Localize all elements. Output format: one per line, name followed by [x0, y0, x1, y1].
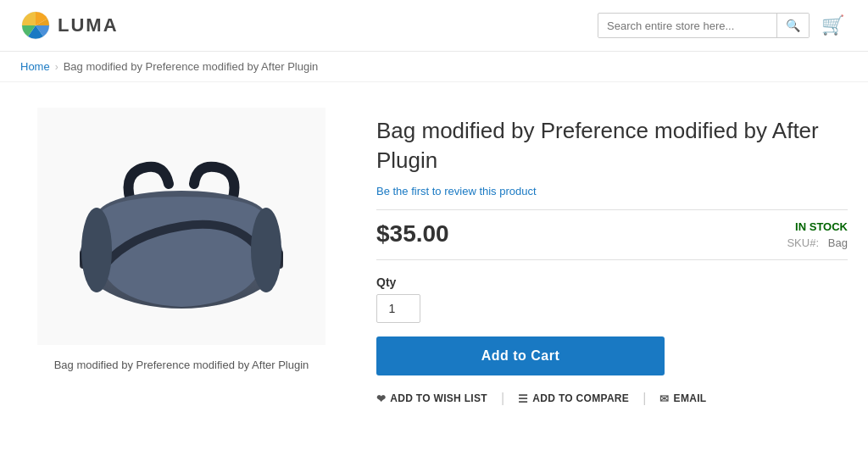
main-content: Bag modified by Preference modified by A…: [0, 82, 868, 431]
luma-logo-icon: [20, 10, 51, 41]
search-button[interactable]: 🔍: [776, 14, 809, 37]
sku-row: SKU#: Bag: [787, 236, 848, 249]
breadcrumb-home-link[interactable]: Home: [20, 60, 50, 73]
price-stock-row: $35.00 IN STOCK SKU#: Bag: [376, 209, 848, 260]
heart-icon: ❤: [376, 392, 386, 405]
stock-sku-area: IN STOCK SKU#: Bag: [787, 220, 848, 249]
compare-label: ADD TO COMPARE: [532, 392, 629, 404]
search-input[interactable]: [598, 14, 776, 37]
product-title: Bag modified by Preference modified by A…: [376, 116, 848, 175]
product-price: $35.00: [376, 220, 449, 247]
search-box: 🔍: [598, 13, 810, 38]
wish-list-label: ADD TO WISH LIST: [390, 392, 487, 404]
product-details: Bag modified by Preference modified by A…: [376, 108, 848, 406]
separator-1: |: [501, 391, 504, 406]
product-image-area: Bag modified by Preference modified by A…: [20, 108, 342, 406]
add-to-cart-button[interactable]: Add to Cart: [376, 336, 665, 375]
svg-point-6: [251, 208, 281, 292]
separator-2: |: [643, 391, 646, 406]
review-link[interactable]: Be the first to review this product: [376, 185, 537, 197]
breadcrumb-current: Bag modified by Preference modified by A…: [64, 60, 319, 73]
compare-link[interactable]: ☰ ADD TO COMPARE: [518, 392, 629, 405]
sku-value: Bag: [828, 236, 848, 249]
compare-icon: ☰: [518, 392, 528, 405]
qty-label: Qty: [376, 275, 848, 289]
action-links: ❤ ADD TO WISH LIST | ☰ ADD TO COMPARE | …: [376, 391, 848, 406]
header: LUMA 🔍 🛒: [0, 0, 868, 52]
image-caption: Bag modified by Preference modified by A…: [54, 359, 309, 371]
email-icon: ✉: [659, 392, 669, 405]
svg-point-5: [81, 208, 112, 292]
qty-section: Qty: [376, 275, 848, 323]
logo-area: LUMA: [20, 10, 119, 41]
email-label: EMAIL: [674, 392, 707, 404]
stock-status: IN STOCK: [787, 220, 848, 233]
logo-text: LUMA: [58, 14, 119, 36]
wish-list-link[interactable]: ❤ ADD TO WISH LIST: [376, 392, 487, 405]
product-image-container: [37, 108, 326, 345]
search-icon: 🔍: [786, 19, 800, 32]
product-image: [54, 125, 309, 328]
sku-label: SKU#:: [787, 236, 819, 249]
qty-input[interactable]: [376, 294, 420, 323]
cart-icon: 🛒: [821, 14, 844, 36]
breadcrumb-separator: ›: [55, 61, 58, 73]
header-right: 🔍 🛒: [598, 11, 848, 40]
email-link[interactable]: ✉ EMAIL: [659, 392, 706, 405]
breadcrumb: Home › Bag modified by Preference modifi…: [0, 52, 868, 82]
cart-button[interactable]: 🛒: [818, 11, 848, 40]
